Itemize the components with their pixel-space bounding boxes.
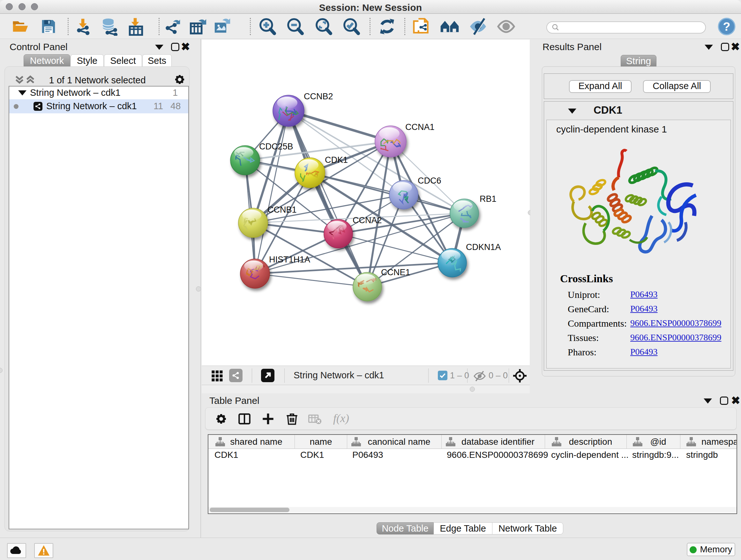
svg-text:RB1: RB1 xyxy=(480,194,496,204)
svg-text:?: ? xyxy=(723,19,731,33)
svg-text:HIST1H1A: HIST1H1A xyxy=(269,255,310,264)
svg-text:CDKN1A: CDKN1A xyxy=(466,242,501,252)
svg-text:CDC25B: CDC25B xyxy=(259,142,293,151)
svg-text:CCNA1: CCNA1 xyxy=(405,122,434,132)
svg-text:CDK1: CDK1 xyxy=(325,155,348,165)
svg-text:CCNA2: CCNA2 xyxy=(353,215,382,225)
svg-text:CCNB1: CCNB1 xyxy=(267,205,297,214)
svg-text:CDC6: CDC6 xyxy=(418,176,441,186)
svg-text:CCNE1: CCNE1 xyxy=(381,267,410,277)
svg-text:CCNB2: CCNB2 xyxy=(304,91,333,101)
